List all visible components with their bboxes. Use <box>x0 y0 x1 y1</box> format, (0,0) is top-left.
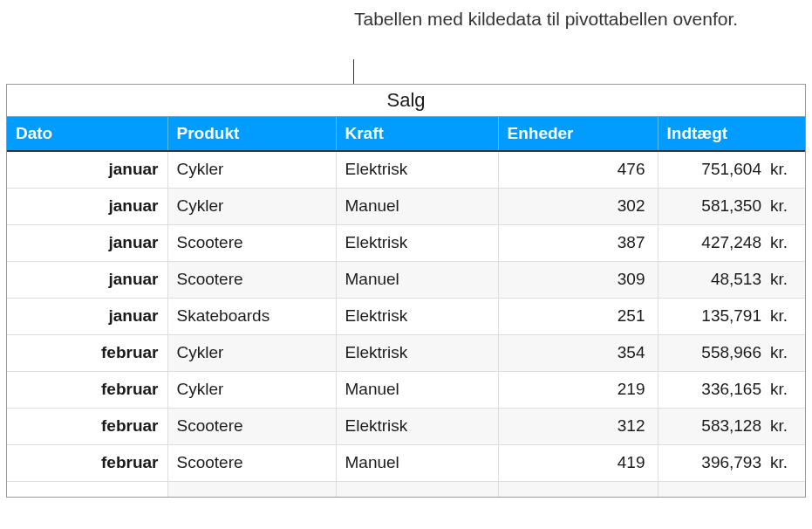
table-row: februarScootereElektrisk312583,128kr. <box>7 408 805 444</box>
cell-dato[interactable]: januar <box>7 188 167 224</box>
column-header-indtaegt[interactable]: Indtægt <box>658 117 805 151</box>
cell-kraft[interactable]: Elektrisk <box>336 298 498 334</box>
currency-unit: kr. <box>770 416 796 436</box>
data-table: Dato Produkt Kraft Enheder Indtægt janua… <box>7 117 805 497</box>
cell-indtaegt[interactable]: 581,350kr. <box>658 188 805 224</box>
cell-produkt[interactable]: Cykler <box>167 151 336 188</box>
table-row-empty <box>7 481 805 497</box>
table-row: januarScootereElektrisk387427,248kr. <box>7 224 805 261</box>
callout-leader-line <box>353 59 354 84</box>
cell-produkt[interactable]: Scootere <box>167 444 336 481</box>
currency-unit: kr. <box>770 233 796 252</box>
cell-empty[interactable] <box>167 481 336 497</box>
currency-unit: kr. <box>770 270 796 289</box>
table-row: januarSkateboardsElektrisk251135,791kr. <box>7 298 805 334</box>
cell-enheder[interactable]: 312 <box>498 408 658 444</box>
cell-enheder[interactable]: 219 <box>498 371 658 408</box>
cell-produkt[interactable]: Scootere <box>167 408 336 444</box>
currency-unit: kr. <box>770 380 796 399</box>
currency-value: 135,791 <box>667 306 771 326</box>
currency-value: 751,604 <box>667 160 771 179</box>
table-title: Salg <box>7 85 805 117</box>
cell-produkt[interactable]: Skateboards <box>167 298 336 334</box>
cell-indtaegt[interactable]: 396,793kr. <box>658 444 805 481</box>
cell-kraft[interactable]: Manuel <box>336 444 498 481</box>
currency-unit: kr. <box>770 160 796 179</box>
cell-kraft[interactable]: Elektrisk <box>336 151 498 188</box>
table-row: januarCyklerElektrisk476751,604kr. <box>7 151 805 188</box>
column-header-produkt[interactable]: Produkt <box>167 117 336 151</box>
cell-dato[interactable]: januar <box>7 261 167 298</box>
column-header-dato[interactable]: Dato <box>7 117 167 151</box>
cell-empty[interactable] <box>7 481 167 497</box>
cell-enheder[interactable]: 251 <box>498 298 658 334</box>
currency-unit: kr. <box>770 453 796 472</box>
cell-produkt[interactable]: Scootere <box>167 261 336 298</box>
currency-value: 581,350 <box>667 196 771 216</box>
currency-value: 336,165 <box>667 380 771 399</box>
cell-empty[interactable] <box>336 481 498 497</box>
cell-dato[interactable]: februar <box>7 444 167 481</box>
cell-dato[interactable]: februar <box>7 408 167 444</box>
currency-value: 48,513 <box>667 270 771 289</box>
cell-indtaegt[interactable]: 751,604kr. <box>658 151 805 188</box>
currency-unit: kr. <box>770 306 796 326</box>
cell-kraft[interactable]: Elektrisk <box>336 334 498 371</box>
cell-kraft[interactable]: Elektrisk <box>336 408 498 444</box>
column-header-kraft[interactable]: Kraft <box>336 117 498 151</box>
table-row: februarScootereManuel419396,793kr. <box>7 444 805 481</box>
cell-kraft[interactable]: Elektrisk <box>336 224 498 261</box>
cell-indtaegt[interactable]: 583,128kr. <box>658 408 805 444</box>
source-data-table: Salg Dato Produkt Kraft Enheder Indtægt … <box>6 84 806 498</box>
cell-enheder[interactable]: 419 <box>498 444 658 481</box>
cell-indtaegt[interactable]: 336,165kr. <box>658 371 805 408</box>
column-header-enheder[interactable]: Enheder <box>498 117 658 151</box>
table-row: februarCyklerManuel219336,165kr. <box>7 371 805 408</box>
cell-enheder[interactable]: 302 <box>498 188 658 224</box>
table-row: januarScootereManuel30948,513kr. <box>7 261 805 298</box>
cell-produkt[interactable]: Cykler <box>167 334 336 371</box>
currency-value: 396,793 <box>667 453 771 472</box>
cell-produkt[interactable]: Scootere <box>167 224 336 261</box>
callout-text: Tabellen med kildedata til pivottabellen… <box>354 7 738 31</box>
cell-empty[interactable] <box>658 481 805 497</box>
cell-kraft[interactable]: Manuel <box>336 371 498 408</box>
cell-enheder[interactable]: 309 <box>498 261 658 298</box>
cell-dato[interactable]: januar <box>7 151 167 188</box>
currency-value: 558,966 <box>667 343 771 362</box>
currency-value: 583,128 <box>667 416 771 436</box>
table-row: februarCyklerElektrisk354558,966kr. <box>7 334 805 371</box>
table-row: januarCyklerManuel302581,350kr. <box>7 188 805 224</box>
cell-indtaegt[interactable]: 135,791kr. <box>658 298 805 334</box>
cell-enheder[interactable]: 387 <box>498 224 658 261</box>
cell-kraft[interactable]: Manuel <box>336 261 498 298</box>
cell-kraft[interactable]: Manuel <box>336 188 498 224</box>
cell-dato[interactable]: januar <box>7 224 167 261</box>
cell-enheder[interactable]: 476 <box>498 151 658 188</box>
cell-dato[interactable]: februar <box>7 334 167 371</box>
cell-dato[interactable]: januar <box>7 298 167 334</box>
currency-unit: kr. <box>770 343 796 362</box>
cell-produkt[interactable]: Cykler <box>167 371 336 408</box>
cell-dato[interactable]: februar <box>7 371 167 408</box>
cell-indtaegt[interactable]: 48,513kr. <box>658 261 805 298</box>
header-row: Dato Produkt Kraft Enheder Indtægt <box>7 117 805 151</box>
cell-indtaegt[interactable]: 558,966kr. <box>658 334 805 371</box>
cell-indtaegt[interactable]: 427,248kr. <box>658 224 805 261</box>
currency-value: 427,248 <box>667 233 771 252</box>
cell-enheder[interactable]: 354 <box>498 334 658 371</box>
currency-unit: kr. <box>770 196 796 216</box>
cell-empty[interactable] <box>498 481 658 497</box>
cell-produkt[interactable]: Cykler <box>167 188 336 224</box>
